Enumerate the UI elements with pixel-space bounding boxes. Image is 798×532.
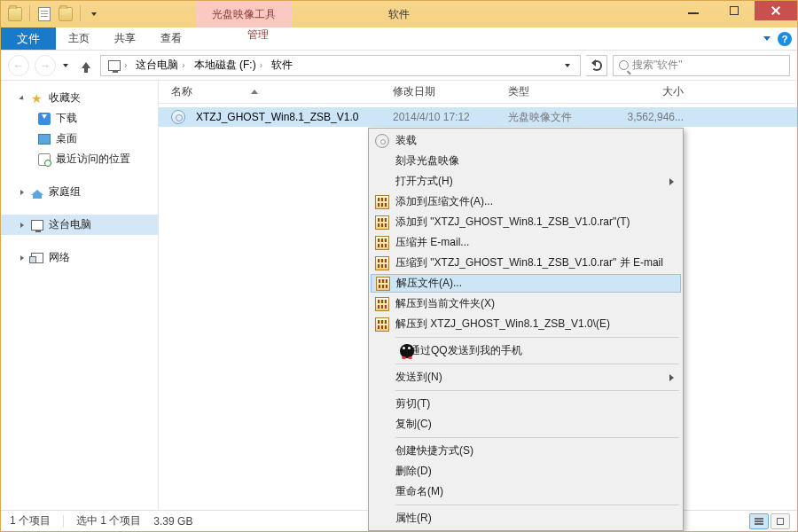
col-label: 名称 [171,84,192,99]
cm-copy[interactable]: 复制(C) [371,414,681,434]
sidebar-thispc[interactable]: 这台电脑 [1,215,158,235]
cm-rename[interactable]: 重命名(M) [371,481,681,502]
ribbon-collapse-button[interactable] [763,36,771,41]
cm-openwith[interactable]: 打开方式(H) [371,171,681,192]
forward-button[interactable]: → [35,55,56,76]
sidebar-recent[interactable]: 最近访问的位置 [1,149,158,169]
sidebar-favorites[interactable]: 收藏夹 [1,88,158,108]
address-dropdown[interactable] [560,62,576,69]
sidebar-label: 最近访问的位置 [56,152,130,167]
view-thumbnails-button[interactable] [771,513,790,529]
refresh-button[interactable] [586,55,607,76]
cm-sendto[interactable]: 发送到(N) [371,367,681,387]
cm-extract[interactable]: 解压文件(A)... [371,274,681,293]
cm-extract-here[interactable]: 解压到当前文件夹(X) [371,293,681,314]
cm-label: 剪切(T) [395,396,430,411]
breadcrumb-seg-0[interactable]: 这台电脑› [132,58,188,73]
ribbon-tab-view[interactable]: 查看 [148,27,194,50]
search-input[interactable]: 搜索"软件" [613,55,790,76]
breadcrumb-seg-1[interactable]: 本地磁盘 (F:)› [191,58,266,73]
breadcrumb-label: 这台电脑 [136,58,178,73]
archive-icon [375,236,389,250]
cm-label: 解压到 XTZJ_GHOST_Win8.1_ZSB_V1.0\(E) [395,317,610,332]
cm-label: 添加到 "XTZJ_GHOST_Win8.1_ZSB_V1.0.rar"(T) [395,215,630,230]
qa-newfolder-icon[interactable] [57,5,74,23]
cm-burn[interactable]: 刻录光盘映像 [371,151,681,171]
cm-mount[interactable]: 装载 [371,130,681,151]
cm-cut[interactable]: 剪切(T) [371,394,681,414]
file-row[interactable]: XTZJ_GHOST_Win8.1_ZSB_V1.0 2014/4/10 17:… [159,107,797,127]
sidebar-label: 桌面 [56,131,77,146]
breadcrumb-label: 本地磁盘 (F:) [194,58,256,73]
breadcrumb-seg-2[interactable]: 软件 [268,58,296,73]
view-details-button[interactable] [749,513,769,529]
cm-label: 重命名(M) [395,484,443,499]
cm-label: 打开方式(H) [395,174,453,189]
desktop-icon [38,134,51,145]
status-separator [63,515,64,528]
pc-icon [31,220,43,231]
app-folder-icon[interactable] [6,5,24,23]
qa-properties-icon[interactable] [35,5,53,23]
cm-separator [395,437,679,438]
status-count: 1 个项目 [10,513,51,528]
history-dropdown[interactable] [63,62,70,69]
network-icon [31,253,43,263]
ribbon-tab-share[interactable]: 共享 [102,27,148,50]
nav-sidebar: 收藏夹 下载 桌面 最近访问的位置 家庭组 这台电脑 网络 [1,81,159,510]
sidebar-label: 下载 [56,111,77,126]
breadcrumb-root-icon[interactable]: › [105,60,130,71]
cm-label: 解压到当前文件夹(X) [395,296,495,311]
recent-icon [38,153,51,166]
file-size: 3,562,946... [600,111,689,123]
ribbon-tab-home[interactable]: 主页 [56,27,102,50]
cm-label: 压缩到 "XTZJ_GHOST_Win8.1_ZSB_V1.0.rar" 并 E… [395,255,663,270]
ribbon-tab-manage[interactable]: 管理 [231,27,285,43]
cm-addto-named[interactable]: 添加到 "XTZJ_GHOST_Win8.1_ZSB_V1.0.rar"(T) [371,212,681,232]
status-size: 3.39 GB [153,515,192,528]
sidebar-network[interactable]: 网络 [1,247,158,268]
search-icon [619,60,629,70]
col-date[interactable]: 修改日期 [387,84,503,99]
column-headers: 名称 修改日期 类型 大小 [159,81,797,104]
sidebar-homegroup[interactable]: 家庭组 [1,182,158,202]
col-type[interactable]: 类型 [503,84,600,99]
file-type: 光盘映像文件 [503,110,600,125]
cm-delete[interactable]: 删除(D) [371,461,681,481]
close-button[interactable] [755,1,797,20]
back-button[interactable]: ← [8,55,29,76]
col-size[interactable]: 大小 [600,84,689,99]
cm-addarchive[interactable]: 添加到压缩文件(A)... [371,192,681,212]
maximize-button[interactable] [714,1,755,20]
address-bar[interactable]: › 这台电脑› 本地磁盘 (F:)› 软件 [100,55,581,76]
search-placeholder: 搜索"软件" [632,58,683,73]
cm-separator [395,364,679,364]
minimize-button[interactable] [673,1,714,20]
cm-properties[interactable]: 属性(R) [371,508,681,528]
expand-icon [20,190,24,195]
sidebar-downloads[interactable]: 下载 [1,108,158,129]
sidebar-desktop[interactable]: 桌面 [1,129,158,149]
cm-zip-named-email[interactable]: 压缩到 "XTZJ_GHOST_Win8.1_ZSB_V1.0.rar" 并 E… [371,253,681,273]
cm-qq-send[interactable]: 通过QQ发送到我的手机 [371,340,681,361]
cm-label: 装载 [395,133,417,148]
cm-label: 通过QQ发送到我的手机 [410,343,522,358]
download-icon [38,113,51,125]
navbar: ← → › 这台电脑› 本地磁盘 (F:)› 软件 搜索"软件" [1,51,797,81]
sidebar-label: 网络 [49,250,70,265]
cm-separator [395,390,679,391]
help-icon[interactable]: ? [778,32,792,46]
ribbon-tab-file[interactable]: 文件 [1,27,56,50]
col-name[interactable]: 名称 [166,84,387,99]
cm-extract-named[interactable]: 解压到 XTZJ_GHOST_Win8.1_ZSB_V1.0\(E) [371,314,681,334]
cm-shortcut[interactable]: 创建快捷方式(S) [371,441,681,461]
cm-label: 复制(C) [395,417,432,432]
cm-label: 刻录光盘映像 [395,153,459,168]
cm-separator [395,505,679,505]
titlebar: 光盘映像工具 软件 [1,1,797,27]
cm-zip-email[interactable]: 压缩并 E-mail... [371,232,681,253]
up-button[interactable] [77,57,95,74]
qa-customize-button[interactable] [86,5,104,23]
cm-label: 删除(D) [395,464,432,479]
cm-label: 压缩并 E-mail... [395,235,469,250]
